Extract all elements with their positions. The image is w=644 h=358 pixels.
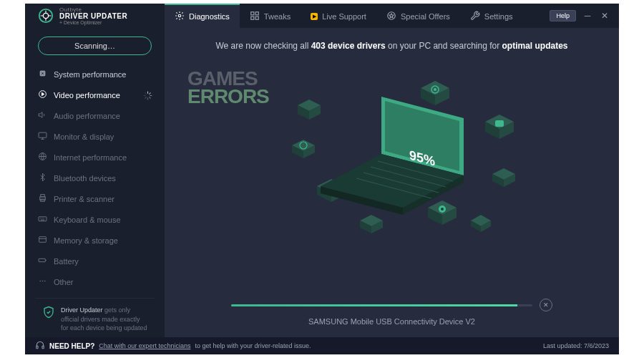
scan-button[interactable]: Scanning…: [38, 37, 152, 55]
sidebar-item-keyboard[interactable]: Keyboard & mouse: [25, 209, 165, 230]
svg-rect-3: [251, 12, 254, 15]
svg-point-27: [39, 281, 41, 282]
bluetooth-icon: [38, 173, 47, 183]
svg-point-1: [43, 13, 48, 18]
tab-label: Special Offers: [401, 12, 450, 21]
footer-text: to get help with your driver-related iss…: [195, 342, 311, 349]
sidebar-item-monitor[interactable]: Monitor & display: [25, 126, 165, 147]
minimize-button[interactable]: ─: [582, 11, 593, 21]
sidebar-item-video[interactable]: Video performance: [25, 84, 165, 105]
battery-icon: [38, 256, 47, 266]
sidebar-item-printer[interactable]: Printer & scanner: [25, 188, 165, 209]
headset-icon: [35, 340, 45, 352]
sidebar-item-audio[interactable]: Audio performance: [25, 105, 165, 126]
tab-tweaks[interactable]: Tweaks: [240, 4, 301, 28]
svg-point-29: [44, 281, 46, 282]
sidebar-item-system[interactable]: System performance: [25, 64, 165, 84]
monitor-icon: [38, 131, 47, 142]
progress-fill: [231, 304, 517, 306]
sidebar-item-label: System performance: [54, 70, 126, 79]
globe-icon: [38, 152, 47, 163]
keyboard-icon: [38, 214, 47, 225]
grid-icon: [250, 11, 260, 22]
svg-line-14: [150, 97, 151, 98]
tab-live-support[interactable]: ▶ Live Support: [301, 4, 376, 28]
app-logo-icon: [38, 8, 54, 24]
tab-special-offers[interactable]: Special Offers: [376, 4, 460, 28]
sidebar: Scanning… System performance Video perfo…: [25, 28, 165, 337]
shield-icon: [42, 306, 55, 333]
star-icon: [386, 11, 396, 22]
sidebar-item-label: Monitor & display: [54, 132, 114, 141]
svg-rect-5: [251, 16, 254, 19]
main-panel: We are now checking all 403 device drive…: [165, 28, 619, 337]
tab-label: Tweaks: [264, 12, 291, 21]
help-button[interactable]: Help: [550, 10, 576, 21]
tab-label: Settings: [484, 12, 513, 21]
sidebar-item-label: Bluetooth devices: [54, 174, 116, 183]
tab-settings[interactable]: Settings: [460, 4, 523, 28]
gear-icon: [175, 11, 185, 22]
footer-updated: Last updated: 7/6/2023: [543, 342, 609, 349]
sidebar-item-label: Battery: [54, 257, 79, 266]
svg-line-12: [150, 92, 151, 94]
svg-rect-24: [39, 217, 47, 221]
footer-help-label: NEED HELP?: [49, 342, 94, 350]
info-title: Driver Updater: [61, 306, 103, 314]
play-badge-icon: ▶: [311, 13, 318, 20]
sidebar-item-label: Printer & scanner: [54, 195, 114, 203]
close-button[interactable]: ✕: [599, 11, 610, 21]
svg-point-35: [441, 208, 444, 211]
sidebar-item-label: Other: [54, 278, 74, 286]
status-text: We are now checking all 403 device drive…: [215, 41, 567, 51]
sidebar-item-internet[interactable]: Internet performance: [25, 147, 165, 168]
tab-bar: Diagnostics Tweaks ▶ Live Support Specia…: [165, 4, 550, 28]
printer-icon: [38, 193, 47, 204]
svg-rect-23: [41, 199, 44, 201]
footer-chat-link[interactable]: Chat with our expert technicians: [99, 342, 190, 349]
audio-icon: [38, 110, 47, 121]
cpu-icon: [38, 69, 47, 79]
sidebar-item-memory[interactable]: Memory & storage: [25, 230, 165, 251]
sidebar-item-label: Video performance: [54, 91, 120, 100]
tab-diagnostics[interactable]: Diagnostics: [165, 4, 240, 28]
play-icon: [38, 90, 47, 100]
app-logo: Outbyte DRIVER UPDATER + Device Optimize…: [25, 4, 165, 28]
tab-label: Live Support: [322, 12, 366, 21]
logo-title: DRIVER UPDATER: [59, 13, 127, 20]
svg-rect-8: [40, 71, 45, 76]
stop-scan-button[interactable]: ✕: [540, 299, 552, 311]
svg-point-2: [178, 14, 181, 17]
sidebar-item-label: Memory & storage: [54, 236, 118, 245]
storage-icon: [38, 235, 47, 246]
svg-rect-32: [495, 120, 504, 127]
svg-rect-26: [39, 258, 45, 261]
svg-rect-4: [255, 12, 258, 15]
svg-rect-9: [42, 72, 44, 74]
progress-bar: [231, 304, 532, 306]
spinner-icon: [143, 91, 152, 100]
svg-line-18: [145, 92, 147, 94]
svg-rect-22: [41, 195, 44, 197]
sidebar-item-label: Audio performance: [54, 112, 120, 120]
sidebar-item-label: Internet performance: [54, 153, 127, 162]
svg-rect-19: [39, 132, 47, 137]
svg-rect-42: [42, 346, 44, 349]
sidebar-item-label: Keyboard & mouse: [54, 216, 121, 224]
sidebar-info: Driver Updater gets only official driver…: [35, 298, 155, 340]
dots-icon: [38, 276, 47, 287]
svg-rect-6: [255, 16, 258, 19]
svg-rect-41: [36, 346, 38, 349]
svg-point-31: [434, 88, 436, 91]
svg-line-16: [145, 97, 147, 98]
current-device-label: SAMSUNG Mobile USB Connectivity Device V…: [308, 317, 475, 326]
sidebar-item-battery[interactable]: Battery: [25, 251, 165, 271]
footer-bar: NEED HELP? Chat with our expert technici…: [25, 337, 619, 354]
title-bar: Outbyte DRIVER UPDATER + Device Optimize…: [25, 4, 619, 28]
svg-point-28: [42, 281, 44, 282]
sidebar-item-other[interactable]: Other: [25, 271, 165, 292]
laptop-illustration: 95%: [256, 75, 528, 254]
svg-rect-25: [39, 237, 47, 243]
tools-icon: [470, 11, 480, 22]
sidebar-item-bluetooth[interactable]: Bluetooth devices: [25, 168, 165, 188]
